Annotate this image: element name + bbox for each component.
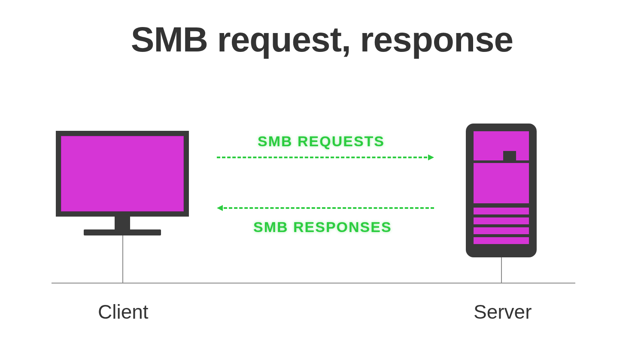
monitor-screen bbox=[61, 136, 184, 211]
server-drive-bay bbox=[474, 227, 529, 234]
monitor-base bbox=[84, 229, 161, 235]
monitor-neck bbox=[115, 217, 130, 229]
server-top-panel bbox=[474, 131, 529, 160]
server-drive-bay bbox=[474, 208, 529, 214]
responses-label: SMB RESPONSES bbox=[253, 219, 392, 235]
dashed-line bbox=[217, 157, 427, 158]
server-inner bbox=[474, 131, 529, 250]
client-label: Client bbox=[98, 300, 149, 323]
dashed-line bbox=[224, 207, 434, 209]
server-drive-bay bbox=[474, 217, 529, 224]
server-button bbox=[503, 151, 516, 160]
server-tower-icon bbox=[466, 124, 537, 257]
arrowhead-right-icon bbox=[428, 154, 434, 160]
diagram-title: SMB request, response bbox=[131, 19, 513, 60]
monitor-bezel bbox=[56, 131, 189, 217]
client-connector-line bbox=[122, 235, 123, 284]
server-drive-bay bbox=[474, 237, 529, 244]
server-mid-panel bbox=[474, 163, 529, 203]
base-line bbox=[52, 283, 575, 284]
requests-arrow-icon bbox=[217, 154, 434, 160]
client-monitor-icon bbox=[56, 131, 189, 235]
responses-arrow-icon bbox=[217, 205, 434, 211]
server-label: Server bbox=[474, 300, 532, 323]
server-connector-line bbox=[501, 257, 502, 284]
arrowhead-left-icon bbox=[217, 205, 223, 211]
requests-label: SMB REQUESTS bbox=[258, 133, 385, 150]
